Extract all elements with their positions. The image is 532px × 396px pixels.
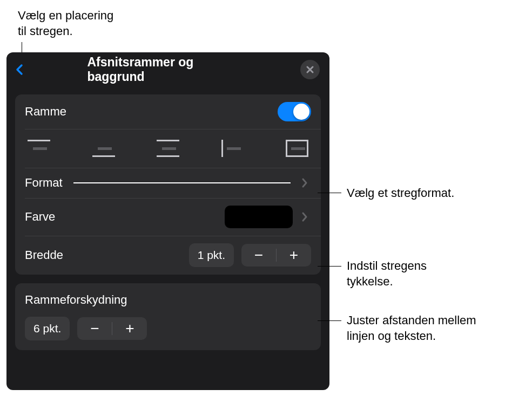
border-top-option[interactable] bbox=[25, 138, 53, 159]
border-style-picker bbox=[15, 129, 321, 168]
offset-value: 6 pkt. bbox=[25, 317, 70, 340]
border-left-option[interactable] bbox=[219, 138, 247, 159]
panel-header: Afsnitsrammer og baggrund bbox=[6, 52, 329, 86]
farve-row[interactable]: Farve bbox=[15, 198, 321, 236]
border-bottom-option[interactable] bbox=[90, 138, 118, 159]
callout-line bbox=[318, 266, 341, 267]
bredde-decrement[interactable]: − bbox=[241, 244, 276, 267]
farve-label: Farve bbox=[25, 210, 55, 224]
settings-panel: Afsnitsrammer og baggrund Ramme bbox=[6, 52, 329, 390]
bredde-increment[interactable]: + bbox=[277, 244, 311, 267]
callout-line bbox=[318, 320, 341, 321]
offset-section: Rammeforskydning 6 pkt. − + bbox=[15, 283, 321, 350]
callout-offset: Juster afstanden mellem linjen og tekste… bbox=[347, 313, 476, 344]
border-section: Ramme bbox=[15, 94, 321, 275]
bredde-row: Bredde 1 pkt. − + bbox=[15, 236, 321, 275]
offset-stepper: − + bbox=[77, 317, 147, 340]
callout-format: Vælg et stregformat. bbox=[347, 186, 454, 201]
callout-width: Indstil stregens tykkelse. bbox=[347, 258, 427, 289]
panel-title: Afsnitsrammer og baggrund bbox=[87, 55, 249, 84]
chevron-right-icon bbox=[301, 176, 311, 189]
callout-placement: Vælg en placering til stregen. bbox=[18, 8, 113, 39]
offset-label: Rammeforskydning bbox=[25, 293, 311, 307]
close-button[interactable] bbox=[300, 60, 320, 79]
format-label: Format bbox=[25, 176, 63, 190]
ramme-label: Ramme bbox=[25, 105, 66, 119]
border-box-option[interactable] bbox=[283, 138, 311, 159]
callout-line bbox=[318, 193, 341, 193]
line-style-preview bbox=[73, 182, 291, 183]
offset-increment[interactable]: + bbox=[112, 317, 147, 340]
back-button[interactable] bbox=[14, 62, 25, 78]
offset-decrement[interactable]: − bbox=[77, 317, 112, 340]
toggle-knob bbox=[293, 104, 309, 120]
bredde-label: Bredde bbox=[25, 248, 63, 262]
border-topbottom-option[interactable] bbox=[154, 138, 182, 159]
chevron-right-icon bbox=[301, 210, 311, 223]
bredde-value: 1 pkt. bbox=[189, 243, 234, 267]
ramme-toggle[interactable] bbox=[278, 102, 311, 121]
bredde-stepper: − + bbox=[241, 244, 311, 267]
format-row[interactable]: Format bbox=[15, 168, 321, 198]
ramme-row: Ramme bbox=[15, 94, 321, 129]
color-swatch[interactable] bbox=[225, 206, 293, 228]
